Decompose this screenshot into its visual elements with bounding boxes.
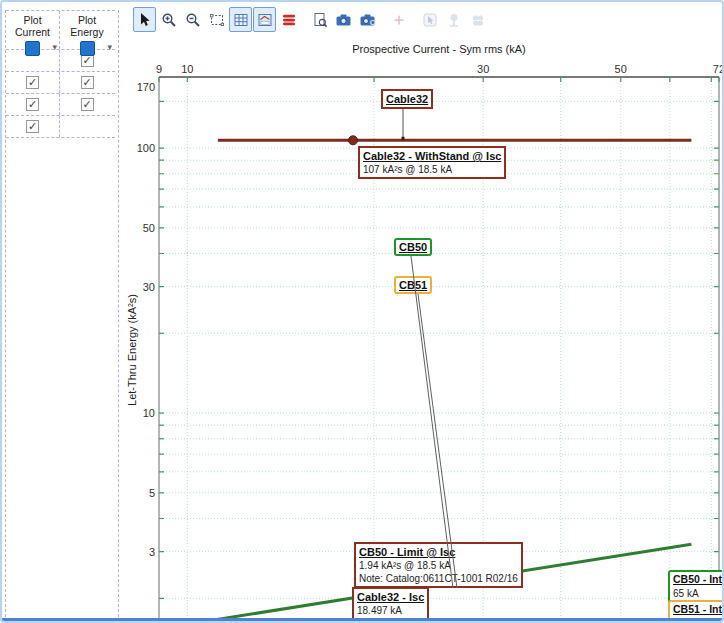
annotation-title: Cable32 - Isc — [357, 590, 424, 604]
zoom-out-button[interactable] — [181, 7, 204, 32]
toolbar: C — [133, 7, 489, 32]
x-tick-label: 50 — [606, 63, 636, 75]
add-point-button[interactable] — [387, 7, 410, 32]
down-icon — [470, 12, 486, 28]
y-tick-label: 3 — [120, 546, 155, 558]
annotation-title: CB50 — [399, 240, 427, 254]
isc-marker — [349, 136, 358, 145]
move-down-button[interactable] — [466, 7, 489, 32]
checkbox-checked[interactable]: ✓ — [26, 98, 39, 111]
table-row: ✓✓ — [6, 93, 115, 115]
plot-view-button[interactable] — [253, 7, 276, 32]
checkbox-checked[interactable]: ✓ — [81, 98, 94, 111]
zoom-in-icon — [161, 12, 177, 28]
move-up-button[interactable] — [442, 7, 465, 32]
export-icon — [422, 12, 438, 28]
zoom-window-button[interactable] — [205, 7, 228, 32]
svg-text:C: C — [370, 17, 376, 26]
filter-button-energy[interactable] — [80, 41, 95, 56]
pointer-tool-button[interactable] — [133, 7, 156, 32]
column-label-current: Plot Current — [15, 14, 50, 38]
chevron-down-icon[interactable]: ▾ — [52, 43, 57, 52]
y-tick-label: 30 — [120, 281, 155, 293]
grid-view-icon — [233, 12, 249, 28]
print-preview-icon — [312, 12, 328, 28]
y-tick-label: 5 — [120, 487, 155, 499]
chevron-down-icon[interactable]: ▾ — [107, 43, 112, 52]
column-label-energy: Plot Energy — [70, 14, 103, 38]
annotation-title: CB50 - Int — [673, 573, 724, 587]
annotation-title: CB50 - Limit @ Isc — [359, 545, 518, 559]
cb-leader-line — [411, 256, 453, 588]
annotation-title: Cable32 — [386, 92, 428, 106]
annotation-cb51[interactable]: CB51 — [394, 276, 432, 294]
zoom-in-button[interactable] — [157, 7, 180, 32]
plot-current-cell[interactable]: ✓ — [6, 116, 60, 137]
filter-button-current[interactable] — [25, 41, 40, 56]
plot-energy-header: Plot Energy ▾ — [60, 11, 114, 49]
plot-current-cell[interactable]: ✓ — [6, 94, 60, 115]
checkbox-checked[interactable]: ✓ — [26, 76, 39, 89]
annotation-value: 65 kA — [673, 588, 699, 599]
pointer-icon — [137, 12, 153, 28]
plot-energy-cell[interactable]: ✓ — [60, 94, 114, 115]
table-row: ✓✓ — [6, 71, 115, 93]
x-tick-label: 72 — [704, 63, 724, 75]
plot-current-cell[interactable]: ✓ — [6, 72, 60, 93]
y-tick-label: 50 — [120, 222, 155, 234]
export-plot-button[interactable] — [418, 7, 441, 32]
x-axis-title: Prospective Current - Sym rms (kA) — [159, 43, 719, 55]
annotation-title: Cable32 - WithStand @ Isc — [363, 149, 501, 163]
plot-view-icon — [257, 12, 273, 28]
curves-icon — [281, 12, 297, 28]
plus-icon — [392, 13, 406, 27]
camera-c-icon: C — [359, 12, 376, 28]
camera-icon — [335, 12, 352, 28]
plot-table: Plot Current ▾ Plot Energy ▾ ✓✓✓✓✓✓ — [6, 10, 115, 138]
leader-anchor-dot — [402, 137, 405, 140]
annotation-cable32[interactable]: Cable32 — [381, 89, 433, 109]
y-tick-label: 170 — [120, 81, 155, 93]
y-axis-title: Let-Thru Energy (kA²s) — [126, 294, 138, 406]
annotation-cable32-withstand[interactable]: Cable32 - WithStand @ Isc 107 kA²s @ 18.… — [358, 146, 506, 179]
up-icon — [446, 12, 462, 28]
copy-chart-button[interactable]: C — [356, 7, 379, 32]
annotation-value: 1.94 kA²s @ 18.5 kA — [359, 559, 518, 572]
annotation-cb50-limit[interactable]: CB50 - Limit @ Isc 1.94 kA²s @ 18.5 kA N… — [354, 542, 523, 588]
x-tick-label: 10 — [172, 63, 202, 75]
annotation-value: 107 kA²s @ 18.5 kA — [363, 164, 452, 175]
checkbox-checked[interactable]: ✓ — [81, 76, 94, 89]
window-bottom-bar — [2, 618, 722, 621]
app-window: Plot Current ▾ Plot Energy ▾ ✓✓✓✓✓✓ — [0, 0, 724, 623]
plot-table-rows: ✓✓✓✓✓✓ — [6, 49, 115, 137]
annotation-title: CB51 - Int — [673, 603, 724, 617]
y-tick-label: 10 — [120, 407, 155, 419]
print-preview-button[interactable] — [308, 7, 331, 32]
plot-current-header: Plot Current ▾ — [6, 11, 60, 49]
annotation-cb50[interactable]: CB50 — [394, 238, 432, 256]
plot-table-header: Plot Current ▾ Plot Energy ▾ — [6, 11, 115, 49]
annotation-cable32-isc[interactable]: Cable32 - Isc 18.497 kA — [352, 587, 429, 620]
copy-image-button[interactable] — [332, 7, 355, 32]
plot-energy-cell[interactable]: ✓ — [60, 72, 114, 93]
curves-button[interactable] — [277, 7, 300, 32]
x-tick-label: 30 — [468, 63, 498, 75]
annotation-cb50-int[interactable]: CB50 - Int 65 kA — [668, 570, 724, 603]
plot-energy-cell[interactable] — [60, 116, 114, 137]
y-tick-label: 100 — [120, 142, 155, 154]
annotation-value: 18.497 kA — [357, 605, 402, 616]
annotation-note: Note: Catalog:0611CT-1001 R02/16 — [359, 572, 518, 585]
table-row: ✓ — [6, 115, 115, 137]
zoom-window-icon — [209, 12, 225, 28]
annotation-title: CB51 — [399, 278, 427, 292]
plot-selection-panel: Plot Current ▾ Plot Energy ▾ ✓✓✓✓✓✓ — [5, 10, 119, 617]
x-tick-label: 9 — [144, 63, 174, 75]
zoom-out-icon — [185, 12, 201, 28]
checkbox-checked[interactable]: ✓ — [26, 120, 39, 133]
grid-view-button[interactable] — [229, 7, 252, 32]
